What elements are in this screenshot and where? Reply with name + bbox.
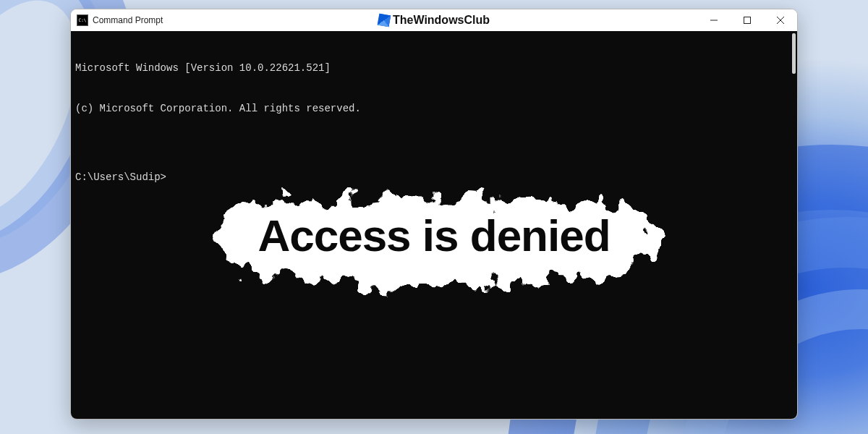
maximize-icon <box>744 17 751 24</box>
titlebar[interactable]: Command Prompt TheWindowsClub <box>71 9 797 31</box>
branding-text: TheWindowsClub <box>393 14 490 27</box>
overlay-banner: Access is denied <box>174 135 694 346</box>
app-title: Command Prompt <box>93 15 163 25</box>
window-controls <box>697 9 797 31</box>
terminal-line: (c) Microsoft Corporation. All rights re… <box>75 102 793 116</box>
close-button[interactable] <box>764 9 797 31</box>
svg-rect-1 <box>744 17 751 24</box>
overlay-text: Access is denied <box>258 206 610 267</box>
command-prompt-icon <box>77 14 88 26</box>
minimize-icon <box>710 17 718 24</box>
windows-logo-icon <box>378 14 391 27</box>
maximize-button[interactable] <box>731 9 764 31</box>
branding-watermark: TheWindowsClub <box>378 14 490 27</box>
scrollbar-thumb[interactable] <box>792 33 796 74</box>
minimize-button[interactable] <box>697 9 731 31</box>
command-prompt-window: Command Prompt TheWindowsClub Microsoft … <box>70 9 798 420</box>
close-icon <box>777 17 784 24</box>
terminal-body[interactable]: Microsoft Windows [Version 10.0.22621.52… <box>71 31 797 419</box>
terminal-line: Microsoft Windows [Version 10.0.22621.52… <box>75 61 793 75</box>
